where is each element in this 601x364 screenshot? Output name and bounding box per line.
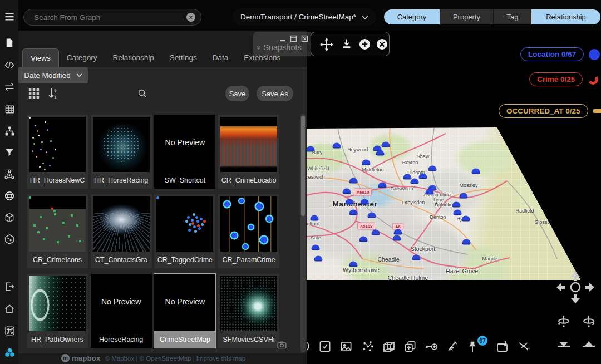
molecule-icon[interactable] (3, 168, 16, 180)
location-marker[interactable] (426, 189, 434, 195)
view-tile-SW_Shortcut[interactable]: No PreviewSW_Shortcut (154, 115, 215, 189)
view-tile-CrimeStreetMap[interactable]: No PreviewCrimeStreetMap (154, 274, 215, 348)
location-marker[interactable] (428, 166, 437, 171)
legend-pill-crime[interactable]: Crime 0/25 (529, 72, 583, 86)
legend-pill-location[interactable]: Location 0/67 (520, 47, 584, 61)
add-circle-icon[interactable] (358, 38, 371, 53)
tilt-up-button[interactable] (582, 340, 596, 353)
view-tile-HR_HorsesNewC[interactable]: HR_HorsesNewC (27, 115, 88, 189)
grid-view-icon[interactable] (28, 87, 40, 102)
location-marker[interactable] (419, 174, 427, 179)
download-icon[interactable] (341, 38, 353, 52)
table-icon[interactable] (3, 103, 16, 115)
save-as-button[interactable]: Save As (257, 86, 293, 101)
broom-icon[interactable] (446, 340, 459, 355)
location-marker[interactable] (462, 239, 471, 245)
attribution-links[interactable]: © Mapbox | © OpenStreetMap | Improve thi… (105, 355, 245, 362)
add-layer-icon[interactable] (404, 340, 417, 355)
location-marker[interactable] (412, 255, 421, 260)
rotate-ccw-button[interactable] (556, 314, 571, 332)
move-icon[interactable] (320, 38, 333, 53)
location-marker[interactable] (378, 183, 387, 188)
location-marker[interactable] (462, 216, 470, 222)
filter-tab-property[interactable]: Property (440, 9, 493, 24)
close-circle-icon[interactable] (376, 38, 388, 53)
code-icon[interactable] (3, 59, 16, 71)
snapshots-window[interactable]: » Snapshots (253, 32, 311, 56)
location-marker[interactable] (361, 199, 369, 205)
view-tile-CR_CrimeLocatio[interactable]: CR_CrimeLocatio (218, 115, 279, 189)
location-marker[interactable] (393, 235, 401, 241)
search-input[interactable] (33, 13, 186, 22)
package-icon[interactable] (3, 211, 16, 224)
note-pin-icon[interactable] (496, 340, 509, 356)
location-marker[interactable] (368, 213, 376, 218)
location-marker[interactable] (333, 143, 341, 149)
search-icon[interactable] (137, 88, 147, 101)
file-icon[interactable] (3, 37, 16, 49)
location-marker[interactable] (403, 174, 412, 180)
location-marker[interactable] (382, 142, 390, 147)
location-marker[interactable] (372, 230, 380, 235)
tab-views[interactable]: Views (22, 48, 59, 67)
view-tile-HR_HorseRacing[interactable]: HR_HorseRacing (91, 115, 152, 189)
location-marker[interactable] (376, 150, 385, 156)
camera-icon[interactable] (277, 341, 287, 351)
tab-relationship[interactable]: Relationship (105, 48, 162, 66)
command-icon[interactable] (3, 324, 16, 337)
location-marker[interactable] (362, 160, 371, 165)
tilt-down-button[interactable] (556, 340, 571, 353)
cube-icon[interactable] (382, 340, 396, 356)
workspace-selector[interactable]: DemoTransport / CrimeStreetMap* (233, 8, 376, 26)
location-marker[interactable] (349, 178, 358, 184)
map-canvas[interactable]: BuryHeywoodWhitefieldPrestwichMiddletonR… (307, 125, 585, 281)
image-icon[interactable] (340, 340, 353, 355)
clear-search-icon[interactable]: × (186, 13, 195, 22)
location-marker[interactable] (452, 202, 461, 208)
swap-icon[interactable] (3, 81, 16, 93)
view-tile-HoreseRacing[interactable]: No PreviewHoreseRacing (91, 274, 152, 348)
location-marker[interactable] (349, 262, 358, 267)
mapbox-logo[interactable]: m mapbox (61, 354, 101, 362)
rotate-cw-button[interactable] (582, 314, 596, 332)
scatter-icon[interactable] (362, 340, 375, 355)
view-tile-SFMoviesCSVHi[interactable]: SFMoviesCSVHi (218, 274, 279, 348)
scrollbar-thumb[interactable] (301, 116, 305, 216)
filter-tab-category[interactable]: Category (384, 9, 440, 24)
sign-out-icon[interactable] (3, 281, 16, 293)
location-marker[interactable] (454, 210, 462, 215)
location-marker[interactable] (359, 237, 368, 242)
select-check-icon[interactable] (319, 340, 332, 355)
link-node-icon[interactable] (425, 340, 438, 356)
panel-scrollbar[interactable] (300, 114, 306, 352)
globe-icon[interactable] (3, 190, 16, 202)
close-icon[interactable] (301, 35, 308, 45)
sort-dropdown[interactable]: Date Modified (18, 67, 88, 83)
tab-settings[interactable]: Settings (162, 48, 205, 66)
location-marker[interactable] (460, 193, 468, 199)
filter-tab-tag[interactable]: Tag (493, 9, 531, 24)
location-marker[interactable] (349, 210, 358, 215)
location-marker[interactable] (314, 256, 323, 262)
hierarchy-icon[interactable] (3, 125, 16, 137)
hexagon-icon[interactable] (3, 233, 16, 245)
save-button[interactable]: Save (225, 86, 249, 101)
filter-icon[interactable] (3, 146, 16, 159)
location-marker[interactable] (394, 229, 402, 235)
view-tile-CR_TaggedCrime[interactable]: CR_TaggedCrime (154, 194, 215, 268)
view-tile-HR_PathOwners[interactable]: HR_PathOwners (27, 274, 88, 348)
location-marker[interactable] (311, 215, 319, 221)
cut-icon[interactable] (518, 340, 530, 355)
home-icon[interactable] (3, 303, 16, 315)
location-marker[interactable] (307, 146, 315, 152)
location-marker[interactable] (472, 169, 480, 174)
view-tile-CR_ParamCrime[interactable]: CR_ParamCrime (218, 194, 279, 268)
filter-tab-relationship[interactable]: Relationship (531, 9, 600, 24)
location-marker[interactable] (411, 179, 419, 184)
pin-icon[interactable] (467, 340, 478, 356)
menu-icon[interactable] (3, 11, 16, 23)
legend-pill-occurred_at[interactable]: OCCURRED_AT 0/25 (499, 104, 588, 118)
location-marker[interactable] (343, 189, 351, 194)
view-tile-CR_CrimeIcons[interactable]: CR_CrimeIcons (27, 194, 88, 268)
location-marker[interactable] (346, 199, 354, 205)
